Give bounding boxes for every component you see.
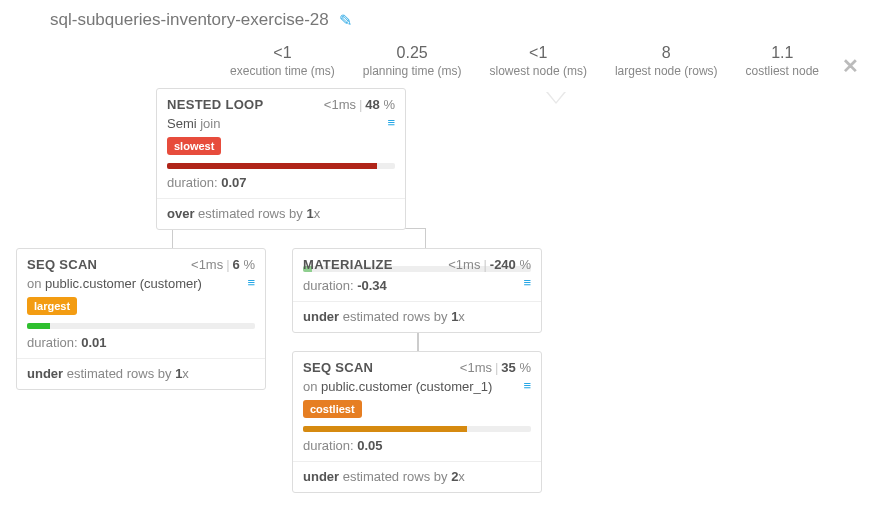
stats-bar: <1 execution time (ms) 0.25 planning tim… bbox=[0, 44, 889, 78]
duration-text: duration: 0.01 bbox=[17, 335, 265, 358]
node-name: SEQ SCAN bbox=[27, 257, 97, 272]
stat-label: costliest node bbox=[746, 64, 819, 78]
stat-execution-time: <1 execution time (ms) bbox=[230, 44, 335, 78]
estimate-text: over estimated rows by 1x bbox=[157, 199, 405, 229]
estimate-text: under estimated rows by 1x bbox=[293, 302, 541, 332]
tag-costliest: costliest bbox=[303, 400, 362, 418]
node-metrics: <1ms|48 % bbox=[324, 97, 395, 112]
duration-text: duration: 0.07 bbox=[157, 175, 405, 198]
connector bbox=[417, 332, 419, 352]
plan-node-materialize[interactable]: MATERIALIZE <1ms|-240 % ≡ duration: -0.3… bbox=[292, 248, 542, 333]
database-icon[interactable]: ≡ bbox=[387, 116, 395, 129]
node-name: MATERIALIZE bbox=[303, 257, 393, 272]
estimate-text: under estimated rows by 2x bbox=[293, 462, 541, 492]
node-metrics: <1ms|35 % bbox=[460, 360, 531, 375]
stat-planning-time: 0.25 planning time (ms) bbox=[363, 44, 462, 78]
stat-label: slowest node (ms) bbox=[490, 64, 587, 78]
edit-icon[interactable]: ✎ bbox=[339, 11, 352, 30]
duration-bar bbox=[303, 426, 531, 432]
plan-node-nested-loop[interactable]: NESTED LOOP <1ms|48 % Semi join≡ slowest… bbox=[156, 88, 406, 230]
tag-largest: largest bbox=[27, 297, 77, 315]
database-icon[interactable]: ≡ bbox=[247, 276, 255, 289]
duration-text: duration: -0.34 bbox=[293, 278, 541, 301]
close-icon[interactable]: ✕ bbox=[842, 54, 859, 78]
stat-value: 0.25 bbox=[363, 44, 462, 62]
duration-bar bbox=[167, 163, 395, 169]
stat-largest-node: 8 largest node (rows) bbox=[615, 44, 718, 78]
stat-label: planning time (ms) bbox=[363, 64, 462, 78]
stat-label: largest node (rows) bbox=[615, 64, 718, 78]
stat-costliest-node: 1.1 costliest node bbox=[746, 44, 819, 78]
node-name: NESTED LOOP bbox=[167, 97, 263, 112]
node-subline: on public.customer (customer_1)≡ bbox=[293, 379, 541, 400]
stat-value: 1.1 bbox=[746, 44, 819, 62]
plan-node-seq-scan-customer-1[interactable]: SEQ SCAN <1ms|35 % on public.customer (c… bbox=[292, 351, 542, 493]
stat-value: <1 bbox=[230, 44, 335, 62]
stat-value: 8 bbox=[615, 44, 718, 62]
page-title: sql-subqueries-inventory-exercise-28 bbox=[50, 10, 329, 30]
duration-bar bbox=[27, 323, 255, 329]
database-icon[interactable]: ≡ bbox=[523, 379, 531, 392]
node-name: SEQ SCAN bbox=[303, 360, 373, 375]
node-subline: on public.customer (customer)≡ bbox=[17, 276, 265, 297]
plan-node-seq-scan-customer[interactable]: SEQ SCAN <1ms|6 % on public.customer (cu… bbox=[16, 248, 266, 390]
tag-slowest: slowest bbox=[167, 137, 221, 155]
connector bbox=[172, 228, 426, 248]
node-metrics: <1ms|-240 % bbox=[448, 257, 531, 272]
database-icon[interactable]: ≡ bbox=[523, 276, 531, 289]
stat-label: execution time (ms) bbox=[230, 64, 335, 78]
duration-text: duration: 0.05 bbox=[293, 438, 541, 461]
estimate-text: under estimated rows by 1x bbox=[17, 359, 265, 389]
node-subline: Semi join≡ bbox=[157, 116, 405, 137]
stat-slowest-node: <1 slowest node (ms) bbox=[490, 44, 587, 78]
node-metrics: <1ms|6 % bbox=[191, 257, 255, 272]
stat-value: <1 bbox=[490, 44, 587, 62]
